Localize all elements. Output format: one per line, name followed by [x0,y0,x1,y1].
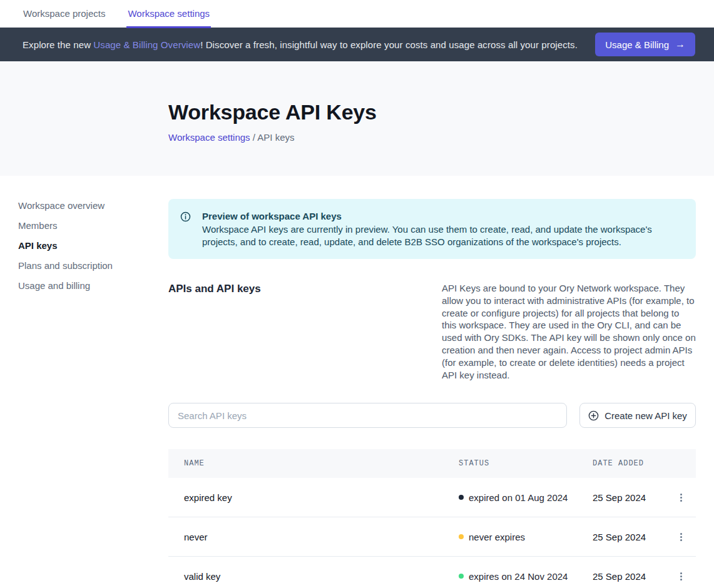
breadcrumb-separator: / [250,132,258,143]
table-header-row: NAME STATUS DATE ADDED [168,449,696,478]
sidebar-item-workspace-overview[interactable]: Workspace overview [18,200,168,211]
breadcrumb-current: API keys [257,132,294,143]
sidebar-item-usage-and-billing[interactable]: Usage and billing [18,280,168,291]
page-header: Workspace API Keys Workspace settings / … [0,61,714,176]
usage-billing-overview-link[interactable]: Usage & Billing Overview [93,39,200,50]
plus-circle-icon [588,410,599,421]
tab-workspace-settings[interactable]: Workspace settings [126,0,211,28]
usage-billing-banner: Explore the new Usage & Billing Overview… [0,28,714,61]
search-input[interactable] [168,403,567,428]
breadcrumb-workspace-settings-link[interactable]: Workspace settings [168,132,250,143]
api-key-date-added: 25 Sep 2024 [593,532,677,542]
api-keys-table: NAME STATUS DATE ADDED expired key expir… [168,449,696,588]
api-key-status: expires on 24 Nov 2024 [459,571,593,582]
page-title: Workspace API Keys [168,100,695,124]
banner-text-after: ! Discover a fresh, insightful way to ex… [200,39,578,50]
alert-body: Workspace API keys are currently in prev… [202,223,681,248]
column-header-status: STATUS [459,459,593,468]
status-dot-icon [459,574,464,579]
row-kebab-menu-icon[interactable] [677,490,685,505]
api-key-name: valid key [184,571,459,582]
create-api-key-button[interactable]: Create new API key [579,403,696,428]
usage-billing-button-label: Usage & Billing [605,39,669,50]
api-key-name: expired key [184,492,459,503]
column-header-date-added: DATE ADDED [593,459,677,468]
api-key-date-added: 25 Sep 2024 [593,571,677,582]
section-description: API Keys are bound to your Ory Network w… [442,282,696,381]
tab-workspace-projects[interactable]: Workspace projects [22,0,106,28]
alert-title: Preview of workspace API keys [202,210,681,223]
info-icon [180,211,191,248]
content-area: Preview of workspace API keys Workspace … [168,176,696,588]
breadcrumb: Workspace settings / API keys [168,132,695,143]
sidebar-item-members[interactable]: Members [18,220,168,231]
top-navigation: Workspace projectsWorkspace settings [0,0,714,28]
table-body: expired key expired on 01 Aug 2024 25 Se… [168,478,696,588]
table-row: never never expires 25 Sep 2024 [168,517,696,557]
row-kebab-menu-icon[interactable] [677,529,685,545]
api-key-name: never [184,532,459,542]
create-api-key-label: Create new API key [604,410,687,421]
api-key-status: expired on 01 Aug 2024 [459,492,593,503]
status-dot-icon [459,495,464,500]
table-row: expired key expired on 01 Aug 2024 25 Se… [168,478,696,517]
status-text: expired on 01 Aug 2024 [469,492,568,503]
main-layout: Workspace overviewMembersAPI keysPlans a… [0,176,714,588]
sidebar-item-plans-and-subscription[interactable]: Plans and subscription [18,260,168,271]
section-heading: APIs and API keys [168,282,442,381]
settings-sidebar: Workspace overviewMembersAPI keysPlans a… [0,176,168,588]
usage-billing-button[interactable]: Usage & Billing → [595,33,695,56]
column-header-name: NAME [184,459,459,468]
preview-info-alert: Preview of workspace API keys Workspace … [168,199,696,259]
banner-message: Explore the new Usage & Billing Overview… [23,39,585,50]
status-dot-icon [459,534,464,539]
table-row: valid key expires on 24 Nov 2024 25 Sep … [168,557,696,588]
row-kebab-menu-icon[interactable] [677,569,685,584]
api-key-date-added: 25 Sep 2024 [593,492,677,503]
status-text: expires on 24 Nov 2024 [469,571,568,582]
api-key-status: never expires [459,532,593,542]
status-text: never expires [469,532,525,542]
arrow-right-icon: → [675,39,685,50]
banner-text-before: Explore the new [23,39,93,50]
api-keys-section: APIs and API keys API Keys are bound to … [168,282,696,381]
sidebar-item-api-keys[interactable]: API keys [18,240,168,251]
table-controls: Create new API key [168,403,696,428]
